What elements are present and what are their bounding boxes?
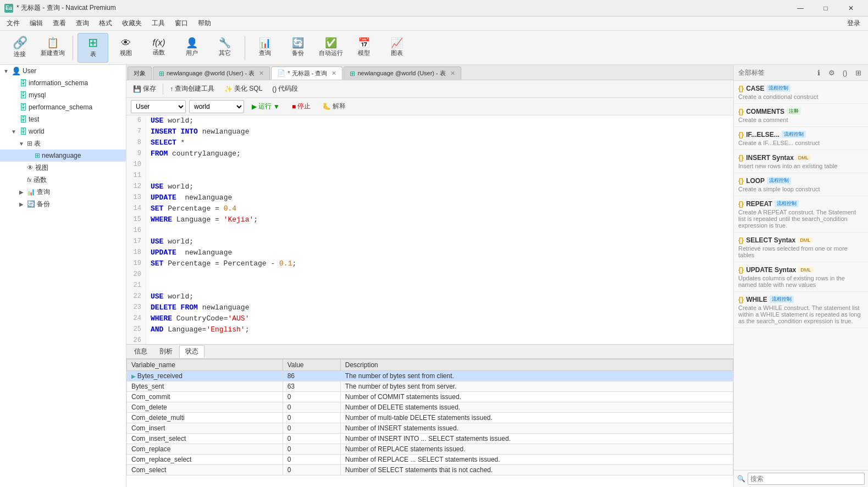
toolbar-backup[interactable]: 🔄 备份	[283, 33, 313, 63]
code-editor[interactable]: 6USE world;7INSERT INTO newlanguage8SELE…	[126, 115, 733, 344]
run-icon: ▶	[252, 103, 257, 110]
right-panel-scroll: {}CASE 流程控制Create a conditional construc…	[734, 81, 868, 470]
query-builder-button[interactable]: ↑ 查询创建工具	[167, 83, 218, 95]
other-label: 其它	[219, 49, 231, 57]
snippet-item-if-else[interactable]: {}IF...ELSE... 流程控制Create a IF...ELSE...…	[734, 127, 868, 150]
table-row[interactable]: Com_delete0Number of DELETE statements i…	[127, 402, 733, 413]
sidebar-item-test[interactable]: 🗄 test	[0, 113, 126, 125]
table-row[interactable]: Com_delete_multi0Number of multi-table D…	[127, 413, 733, 423]
model-icon: 📅	[358, 38, 370, 48]
line-content: WHERE CountryCode='AUS'	[146, 313, 249, 324]
tab-object[interactable]: 对象	[128, 67, 152, 80]
sidebar-item-newlanguage[interactable]: ⊞ newlanguage	[0, 150, 126, 162]
sidebar-item-world[interactable]: ▼ 🗄 world	[0, 125, 126, 137]
table-cell: 0	[283, 423, 340, 434]
menu-window[interactable]: 窗口	[170, 17, 192, 30]
table-row[interactable]: Com_commit0Number of COMMIT statements i…	[127, 392, 733, 402]
tab-close-3[interactable]: ✕	[450, 70, 455, 77]
rp-grid-icon[interactable]: ⊞	[853, 67, 864, 78]
sidebar-item-tables[interactable]: ▼ ⊞ 表	[0, 137, 126, 150]
toolbar-query[interactable]: 📊 查询	[250, 33, 280, 63]
snippet-icon: {}	[738, 200, 744, 208]
menu-help[interactable]: 帮助	[193, 17, 215, 30]
content-area: 对象 ⊞ newlanguage @world (User) - 表 ✕ 📄 *…	[126, 65, 733, 487]
tree-arrow-queries: ▶	[18, 189, 25, 195]
menu-favorites[interactable]: 收藏夹	[118, 17, 146, 30]
bottom-tab-info[interactable]: 信息	[129, 346, 153, 357]
snippet-item-repeat[interactable]: {}REPEAT 流程控制Create A REPEAT construct. …	[734, 196, 868, 233]
col-value: Value	[283, 359, 340, 371]
tab-untitled-query[interactable]: 📄 * 无标题 - 查询 ✕	[271, 67, 342, 80]
stop-button[interactable]: ■ 停止	[288, 101, 315, 112]
toolbar-function[interactable]: f(x) 函数	[143, 33, 174, 63]
code-icon: ()	[272, 85, 277, 93]
snippet-icon: {}	[738, 84, 744, 92]
beautify-sql-button[interactable]: ✨ 美化 SQL	[221, 83, 266, 95]
snippet-item-update[interactable]: {}UPDATE Syntax DMLUpdates columns of ex…	[734, 262, 868, 292]
toolbar-autorun[interactable]: ✅ 自动运行	[316, 33, 346, 63]
user-select[interactable]: User	[131, 100, 186, 113]
run-button[interactable]: ▶ 运行 ▼	[247, 101, 284, 112]
explain-button[interactable]: 🦶 解释	[318, 101, 350, 112]
toolbar-chart[interactable]: 📈 图表	[382, 33, 412, 63]
toolbar-new-query[interactable]: 📋 新建查询	[37, 33, 68, 63]
snippet-item-select[interactable]: {}SELECT Syntax DMLRetrieve rows selecte…	[734, 233, 868, 262]
rp-info-icon[interactable]: ℹ	[813, 67, 824, 78]
table-row[interactable]: Bytes_sent63The number of bytes sent fro…	[127, 381, 733, 392]
sidebar-item-queries[interactable]: ▶ 📊 查询	[0, 186, 126, 198]
login-button[interactable]: 登录	[842, 18, 866, 29]
maximize-button[interactable]: □	[813, 0, 838, 16]
table-row[interactable]: Com_replace_select0Number of REPLACE ...…	[127, 455, 733, 465]
sidebar-item-performance[interactable]: 🗄 performance_schema	[0, 101, 126, 113]
tab-newlanguage-table[interactable]: ⊞ newlanguage @world (User) - 表 ✕	[153, 67, 270, 80]
save-button[interactable]: 💾 保存	[130, 83, 159, 95]
sidebar-item-info-schema[interactable]: 🗄 information_schema	[0, 77, 126, 89]
menu-format[interactable]: 格式	[95, 17, 117, 30]
snippet-item-while[interactable]: {}WHILE 流程控制Create a WHILE construct. Th…	[734, 292, 868, 328]
close-button[interactable]: ✕	[838, 0, 864, 16]
sidebar-functions-label: 函数	[34, 175, 126, 185]
sidebar-item-mysql[interactable]: 🗄 mysql	[0, 89, 126, 101]
sidebar-item-functions[interactable]: fx 函数	[0, 174, 126, 186]
sidebar-item-backups[interactable]: ▶ 🔄 备份	[0, 198, 126, 210]
tab-newlanguage-table2[interactable]: ⊞ newlanguage @world (User) - 表 ✕	[344, 67, 461, 80]
line-number: 14	[126, 203, 146, 214]
code-snippet-button[interactable]: () 代码段	[269, 83, 301, 95]
menu-query[interactable]: 查询	[71, 17, 93, 30]
table-row[interactable]: Com_replace0Number of REPLACE statements…	[127, 444, 733, 455]
snippet-badge: 流程控制	[770, 296, 794, 303]
menu-file[interactable]: 文件	[2, 17, 24, 30]
rp-bracket-icon[interactable]: ()	[839, 67, 850, 78]
table-row[interactable]: ▶ Bytes_received86The number of bytes se…	[127, 371, 733, 381]
toolbar-other[interactable]: 🔧 其它	[209, 33, 240, 63]
toolbar-model[interactable]: 📅 模型	[349, 33, 379, 63]
bottom-tab-status[interactable]: 状态	[179, 345, 204, 358]
snippet-item-loop[interactable]: {}LOOP 流程控制Create a simple loop construc…	[734, 173, 868, 196]
code-line-16: 16	[126, 225, 733, 236]
toolbar-table[interactable]: ⊞ 表	[78, 33, 108, 63]
table-row[interactable]: Com_select0Number of SELECT statements t…	[127, 465, 733, 475]
tab-close-1[interactable]: ✕	[259, 70, 264, 77]
snippet-item-comments[interactable]: {}COMMENTS 注释Create a comment	[734, 104, 868, 127]
code-line-7: 7INSERT INTO newlanguage	[126, 126, 733, 137]
minimize-button[interactable]: —	[788, 0, 813, 16]
schema-select[interactable]: world	[189, 100, 244, 113]
toolbar-user[interactable]: 👤 用户	[176, 33, 207, 63]
table-row[interactable]: Com_insert_select0Number of INSERT INTO …	[127, 434, 733, 444]
line-content: USE world;	[146, 291, 193, 302]
bottom-tab-profile[interactable]: 剖析	[154, 346, 178, 357]
tab-close-2[interactable]: ✕	[331, 70, 336, 77]
sidebar-item-user[interactable]: ▼ 👤 User	[0, 65, 126, 77]
snippet-item-insert[interactable]: {}INSERT Syntax DMLInsert new rows into …	[734, 150, 868, 173]
rp-settings-icon[interactable]: ⚙	[826, 67, 837, 78]
toolbar-connect[interactable]: 🔗 连接	[4, 33, 35, 63]
snippet-item-case[interactable]: {}CASE 流程控制Create a conditional construc…	[734, 81, 868, 104]
sidebar-item-views[interactable]: 👁 视图	[0, 162, 126, 174]
table-row[interactable]: Com_insert0Number of INSERT statements i…	[127, 423, 733, 434]
toolbar-view[interactable]: 👁 视图	[110, 33, 141, 63]
search-input[interactable]	[748, 473, 865, 485]
menu-tools[interactable]: 工具	[147, 17, 169, 30]
sidebar-views-label: 视图	[35, 163, 126, 173]
menu-edit[interactable]: 编辑	[25, 17, 47, 30]
menu-view[interactable]: 查看	[48, 17, 70, 30]
